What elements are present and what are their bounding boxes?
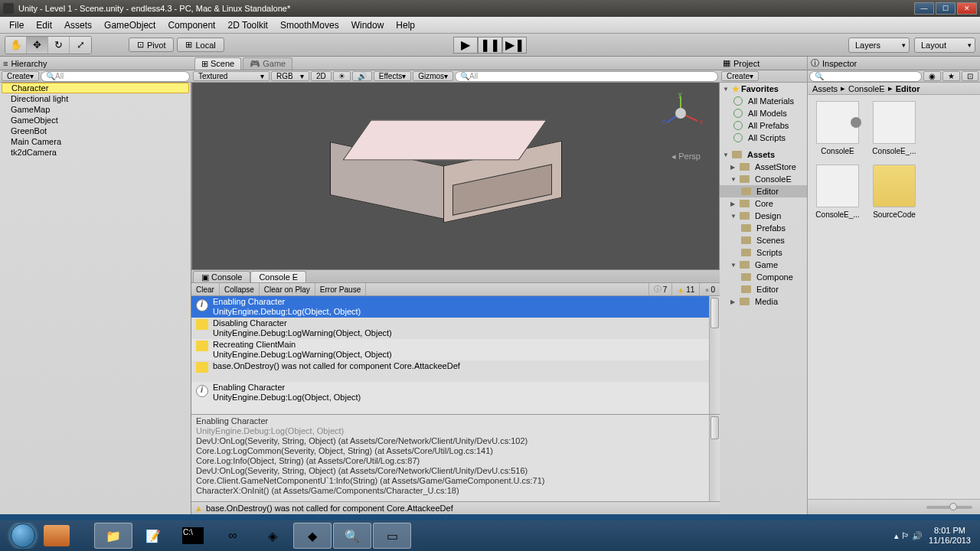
tree-folder[interactable]: ▼ Design — [720, 210, 807, 222]
menu-smoothmoves[interactable]: SmoothMoves — [274, 18, 345, 32]
scale-tool[interactable]: ⤢ — [70, 37, 91, 54]
collapse-button[interactable]: Collapse — [220, 283, 260, 295]
asset-item[interactable]: ConsoleE_... — [814, 165, 861, 219]
rgb-dropdown[interactable]: RGB ▾ — [271, 71, 309, 81]
hierarchy-item[interactable]: tk2dCamera — [0, 147, 191, 158]
tree-folder[interactable]: Editor — [720, 283, 807, 295]
taskbar-cmd[interactable]: C:\ — [174, 523, 212, 549]
tray-icons[interactable]: ▴ 🏳 🔊 — [894, 531, 923, 541]
console-tab[interactable]: ▣ Console — [193, 271, 250, 282]
minimize-button[interactable]: — — [914, 2, 934, 15]
play-button[interactable]: ▶ — [453, 37, 478, 54]
favorites-header[interactable]: ▼★Favorites — [720, 83, 807, 95]
error-count[interactable]: ●0 — [699, 283, 720, 295]
clear-button[interactable]: Clear — [191, 283, 220, 295]
project-create[interactable]: Create ▾ — [721, 71, 759, 81]
fav-item[interactable]: All Materials — [720, 95, 807, 107]
local-toggle[interactable]: ⊞ Local — [177, 37, 224, 52]
menu-component[interactable]: Component — [162, 18, 221, 32]
tree-folder[interactable]: ▼ Game — [720, 259, 807, 271]
log-entry[interactable]: Recreating ClientMain UnityEngine.Debug:… — [191, 339, 720, 360]
effects-dropdown[interactable]: Effects ▾ — [374, 71, 411, 81]
thumbnail-size-slider[interactable] — [926, 506, 972, 509]
menu-help[interactable]: Help — [390, 18, 421, 32]
menu-2dtoolkit[interactable]: 2D Toolkit — [221, 18, 273, 32]
taskbar-notepad[interactable]: 📝 — [134, 523, 172, 549]
save-search-button[interactable]: ⊡ — [962, 71, 978, 81]
asset-item[interactable]: ConsoleE_... — [871, 101, 918, 155]
menu-gameobject[interactable]: GameObject — [98, 18, 162, 32]
clear-on-play-button[interactable]: Clear on Play — [260, 283, 315, 295]
light-toggle[interactable]: ☀ — [333, 71, 351, 81]
console-e-tab[interactable]: Console E — [250, 271, 306, 282]
taskbar-app[interactable]: ∞ — [214, 523, 252, 549]
tree-folder[interactable]: Prefabs — [720, 222, 807, 234]
gizmos-dropdown[interactable]: Gizmos ▾ — [413, 71, 453, 81]
system-tray[interactable]: ▴ 🏳 🔊 8:01 PM 11/16/2013 — [888, 526, 977, 546]
tree-folder[interactable]: ▶ Core — [720, 197, 807, 210]
fav-item[interactable]: All Prefabs — [720, 119, 807, 132]
breadcrumb-item[interactable]: Assets — [812, 84, 838, 93]
menu-file[interactable]: File — [3, 18, 30, 32]
asset-item[interactable]: ConsoleE — [814, 101, 861, 155]
hierarchy-create[interactable]: Create ▾ — [2, 71, 39, 81]
taskbar-app[interactable]: ◈ — [253, 523, 292, 549]
hierarchy-item[interactable]: GreenBot — [0, 126, 191, 136]
filter-button[interactable]: ◉ — [923, 71, 941, 81]
taskbar-app[interactable]: ▭ — [373, 523, 411, 549]
taskbar-item[interactable] — [44, 525, 70, 546]
hierarchy-item[interactable]: GameMap — [0, 104, 191, 115]
step-button[interactable]: ▶❚ — [502, 37, 527, 54]
log-entry[interactable]: Disabling Character UnityEngine.Debug:Lo… — [191, 318, 720, 339]
log-entry[interactable]: Enabling Character UnityEngine.Debug:Log… — [191, 296, 720, 318]
breadcrumb-item[interactable]: ConsoleE — [848, 84, 885, 93]
move-tool[interactable]: ✥ — [27, 37, 48, 54]
menu-window[interactable]: Window — [345, 18, 390, 32]
close-button[interactable]: ✕ — [957, 2, 977, 15]
orientation-gizmo[interactable]: x y z — [658, 90, 704, 136]
breadcrumb-item[interactable]: Editor — [896, 84, 920, 93]
scene-viewport[interactable]: x y z ◂ Persp — [191, 83, 720, 269]
menu-assets[interactable]: Assets — [58, 18, 98, 32]
rotate-tool[interactable]: ↻ — [48, 37, 70, 54]
tree-folder[interactable]: Compone — [720, 271, 807, 283]
game-tab[interactable]: 🎮 Game — [243, 57, 292, 70]
log-entry[interactable]: base.OnDestroy() was not called for comp… — [191, 360, 720, 382]
star-button[interactable]: ★ — [942, 71, 960, 81]
tree-folder[interactable]: Scripts — [720, 246, 807, 259]
hand-tool[interactable]: ✋ — [5, 37, 27, 54]
menu-edit[interactable]: Edit — [30, 18, 58, 32]
hierarchy-search[interactable]: 🔍All — [41, 71, 190, 82]
pivot-toggle[interactable]: ⊡ Pivot — [129, 37, 174, 52]
warn-count[interactable]: ▲11 — [671, 283, 699, 295]
hierarchy-item[interactable]: Main Camera — [0, 136, 191, 147]
layout-dropdown[interactable]: Layout — [914, 37, 975, 53]
maximize-button[interactable]: ☐ — [936, 2, 956, 15]
hierarchy-item[interactable]: Directional light — [0, 93, 191, 104]
fav-item[interactable]: All Scripts — [720, 132, 807, 144]
scene-search[interactable]: 🔍All — [455, 71, 718, 82]
pause-button[interactable]: ❚❚ — [478, 37, 502, 54]
info-count[interactable]: ⓘ7 — [648, 283, 672, 295]
scene-object[interactable] — [322, 113, 537, 220]
layers-dropdown[interactable]: Layers — [848, 37, 910, 53]
taskbar-unity[interactable]: ◆ — [293, 523, 332, 549]
assets-header[interactable]: ▼ Assets — [720, 148, 807, 161]
render-mode-dropdown[interactable]: Textured ▾ — [193, 71, 270, 81]
project-search[interactable]: 🔍 — [809, 71, 922, 82]
tree-folder[interactable]: ▶ Media — [720, 295, 807, 308]
start-button[interactable] — [4, 523, 42, 549]
tree-folder-selected[interactable]: Editor — [720, 185, 807, 197]
log-entry[interactable]: Enabling Character UnityEngine.Debug:Log… — [191, 382, 720, 403]
projection-label[interactable]: ◂ Persp — [671, 152, 701, 161]
taskbar-app[interactable]: 🔍 — [333, 523, 371, 549]
asset-item[interactable]: SourceCode — [871, 165, 918, 219]
fav-item[interactable]: All Models — [720, 107, 807, 119]
scrollbar[interactable] — [709, 296, 720, 414]
taskbar-explorer[interactable]: 📁 — [94, 523, 132, 549]
hierarchy-item-character[interactable]: Character — [2, 83, 189, 93]
2d-toggle[interactable]: 2D — [311, 71, 332, 81]
error-pause-button[interactable]: Error Pause — [315, 283, 366, 295]
tree-folder[interactable]: ▶ AssetStore — [720, 161, 807, 173]
tree-folder[interactable]: ▼ ConsoleE — [720, 173, 807, 185]
